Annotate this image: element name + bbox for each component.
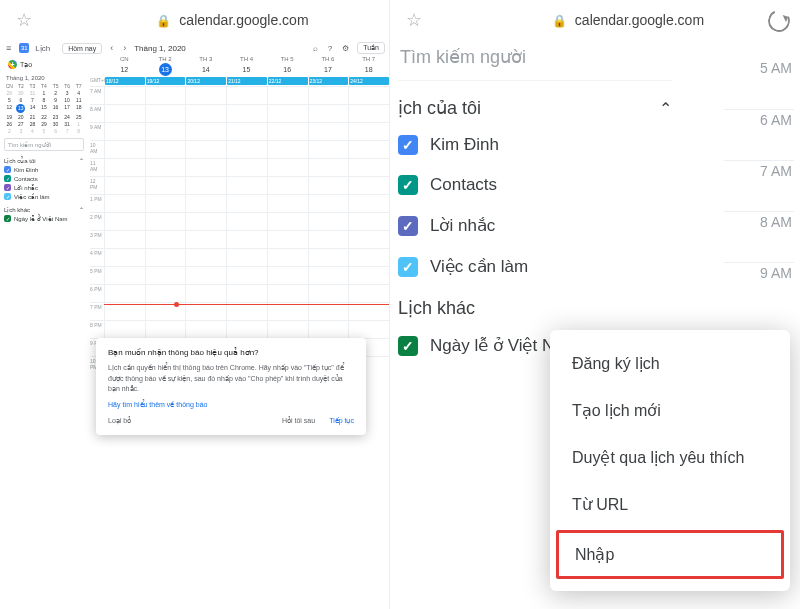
mini-calendar[interactable]: CNT2T3T4T5T6T729303112345678910111213141… [4,83,84,134]
hour-row[interactable]: 8 PM [90,320,389,338]
create-button[interactable]: + Tạo [4,58,84,71]
context-menu-item[interactable]: Đăng ký lịch [550,340,790,387]
hour-row[interactable]: 2 PM [90,212,389,230]
mini-day-cell[interactable]: 3 [16,128,27,134]
mini-day-cell[interactable]: 17 [62,104,73,113]
date-cell[interactable]: 15 [226,66,267,73]
hour-row[interactable]: 9 AM [90,122,389,140]
mini-day-cell[interactable]: 25 [73,114,84,120]
mini-day-cell[interactable]: 19 [4,114,15,120]
mini-day-cell[interactable]: 6 [16,97,27,103]
mini-day-cell[interactable]: 13 [16,104,27,113]
hour-row[interactable]: 4 PM [90,248,389,266]
today-button[interactable]: Hôm nay [62,43,102,54]
mini-day-cell[interactable]: 14 [27,104,38,113]
mini-day-cell[interactable]: 11 [73,97,84,103]
mini-day-cell[interactable]: 12 [4,104,15,113]
checkbox-icon[interactable]: ✓ [4,166,11,173]
checkbox-icon[interactable]: ✓ [4,215,11,222]
mini-day-cell[interactable]: 8 [39,97,50,103]
mini-day-cell[interactable]: 21 [27,114,38,120]
mini-day-cell[interactable]: 15 [39,104,50,113]
hour-grid[interactable]: 7 AM8 AM9 AM10 AM11 AM12 PM1 PM2 PM3 PM4… [90,86,389,374]
my-calendars-section[interactable]: ịch của tôi ⌃ [398,81,672,125]
date-cell[interactable]: 12 [104,66,145,73]
remind-later-button[interactable]: Hỏi tôi sau [282,417,315,425]
hour-row[interactable]: 6 PM [90,284,389,302]
hour-row[interactable]: 3 PM [90,230,389,248]
calendar-list-item[interactable]: ✓Lời nhắc [4,184,84,191]
date-cell[interactable]: 18 [348,66,389,73]
mini-day-cell[interactable]: 20 [16,114,27,120]
mini-day-cell[interactable]: 2 [50,90,61,96]
allday-event[interactable]: 19/12 [146,77,186,85]
my-calendars-section[interactable]: Lịch của tôi⌃ [4,157,84,164]
search-icon[interactable]: ⌕ [311,44,320,53]
mini-day-cell[interactable]: 10 [62,97,73,103]
calendar-list-item[interactable]: ✓Contacts [398,165,672,205]
checkbox-icon[interactable]: ✓ [398,257,418,277]
mini-day-cell[interactable]: 1 [39,90,50,96]
context-menu-item[interactable]: Tạo lịch mới [550,387,790,434]
mini-day-cell[interactable]: 30 [16,90,27,96]
next-week-button[interactable]: › [121,43,128,53]
allday-event[interactable]: 23/12 [309,77,349,85]
checkbox-icon[interactable]: ✓ [4,175,11,182]
calendar-list-item[interactable]: ✓Việc cần làm [4,193,84,200]
mini-day-cell[interactable]: 1 [73,121,84,127]
mini-day-cell[interactable]: 7 [27,97,38,103]
calendar-list-item[interactable]: ✓Contacts [4,175,84,182]
mini-day-cell[interactable]: 3 [62,90,73,96]
date-cell[interactable]: 14 [185,66,226,73]
hour-row[interactable]: 1 PM [90,194,389,212]
dismiss-button[interactable]: Loại bỏ [108,417,131,425]
mini-day-cell[interactable]: 5 [4,97,15,103]
mini-day-cell[interactable]: 27 [16,121,27,127]
mini-day-cell[interactable]: 5 [39,128,50,134]
search-people-input[interactable]: Tìm kiếm người [4,138,84,151]
mini-day-cell[interactable]: 24 [62,114,73,120]
calendar-list-item[interactable]: ✓Kim Đinh [4,166,84,173]
hour-row[interactable]: 12 PM [90,176,389,194]
mini-day-cell[interactable]: 4 [27,128,38,134]
checkbox-icon[interactable]: ✓ [398,135,418,155]
mini-day-cell[interactable]: 9 [50,97,61,103]
search-people-input[interactable]: Tìm kiếm người [398,44,672,81]
mini-day-cell[interactable]: 4 [73,90,84,96]
calendar-list-item[interactable]: ✓Kim Đinh [398,125,672,165]
settings-gear-icon[interactable]: ⚙ [340,44,351,53]
mini-day-cell[interactable]: 6 [50,128,61,134]
checkbox-icon[interactable]: ✓ [4,193,11,200]
context-menu-item[interactable]: Nhập [556,530,784,579]
calendar-list-item[interactable]: ✓Việc cần làm [398,246,672,287]
menu-icon[interactable]: ≡ [4,43,13,53]
mini-day-cell[interactable]: 7 [62,128,73,134]
checkbox-icon[interactable]: ✓ [4,184,11,191]
checkbox-icon[interactable]: ✓ [398,175,418,195]
continue-button[interactable]: Tiếp tục [329,417,354,425]
favorite-icon[interactable]: ☆ [16,9,32,31]
mini-day-cell[interactable]: 30 [50,121,61,127]
prev-week-button[interactable]: ‹ [108,43,115,53]
view-selector[interactable]: Tuần [357,42,385,54]
mini-day-cell[interactable]: 26 [4,121,15,127]
hour-row[interactable]: 11 AM [90,158,389,176]
other-calendars-section[interactable]: Lịch khác⌃ [4,206,84,213]
mini-day-cell[interactable]: 28 [27,121,38,127]
help-icon[interactable]: ? [326,44,334,53]
calendar-list-item[interactable]: ✓Lời nhắc [398,205,672,246]
context-menu-item[interactable]: Từ URL [550,481,790,528]
calendar-list-item[interactable]: ✓Ngày lễ ở Việt Nam [4,215,84,222]
date-cell[interactable]: 13 [145,63,186,76]
notification-learn-more-link[interactable]: Hãy tìm hiểu thêm về thông báo [108,401,354,409]
mini-day-cell[interactable]: 18 [73,104,84,113]
allday-event[interactable]: 20/12 [186,77,226,85]
mini-day-cell[interactable]: 29 [39,121,50,127]
date-cell[interactable]: 17 [308,66,349,73]
date-cell[interactable]: 16 [267,66,308,73]
mini-day-cell[interactable]: 22 [39,114,50,120]
context-menu-item[interactable]: Duyệt qua lịch yêu thích [550,434,790,481]
mini-day-cell[interactable]: 31 [27,90,38,96]
mini-day-cell[interactable]: 2 [4,128,15,134]
allday-event[interactable]: 18/12 [105,77,145,85]
